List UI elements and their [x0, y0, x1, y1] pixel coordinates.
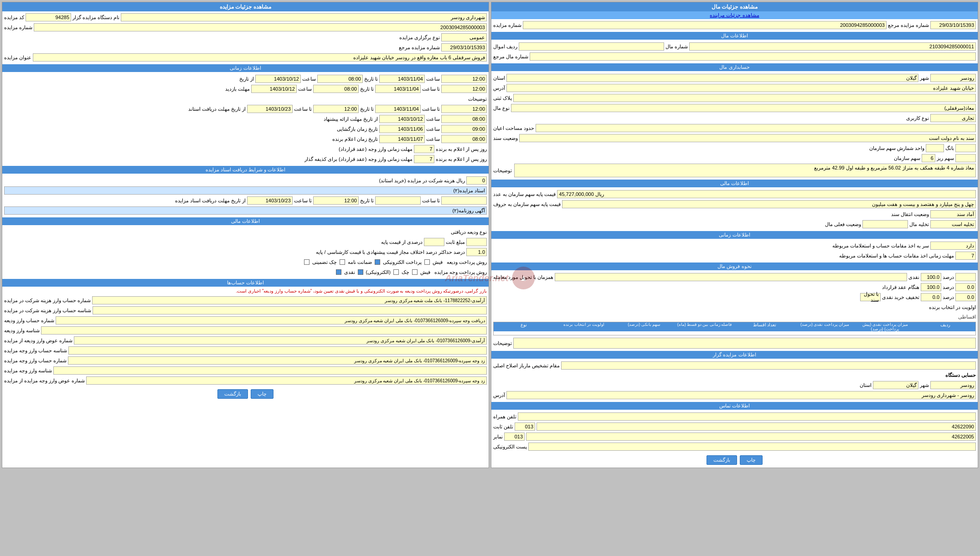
dariyaft-ostad-label: مهلت دریافت استاند	[188, 106, 230, 112]
sahmRiz-field	[955, 154, 976, 162]
col6: سهم بانکی (درصد)	[614, 322, 674, 331]
right-bazgasht-button[interactable]: بازگشت	[217, 389, 248, 399]
sahmSazman-field: 6	[922, 154, 935, 162]
agahi-label-field[interactable]: آگهی روزنامه(۲)	[4, 206, 487, 215]
ostad-to-field: 1403/11/04	[375, 105, 421, 113]
ostad-label-field[interactable]: استاد مزایده(۲)	[4, 186, 487, 195]
right-chap-button[interactable]: چاپ	[251, 389, 273, 399]
morabehe-header: اطلاعات مزایده گزار	[491, 351, 978, 359]
ostan2-field: گیلان	[873, 381, 918, 389]
naghd-vojh-checkbox[interactable]	[336, 269, 341, 275]
breadcrumb-link[interactable]: مشاهده جزئیات مراینده	[710, 12, 759, 18]
account1-field: آزآمدی-1178822252- بانک ملت شعبه مرکزی ر…	[92, 296, 487, 304]
ostan-field: گیلان	[506, 74, 918, 82]
derasd-right-label: درصدی از قیمت پایه	[381, 239, 423, 245]
mal-number-field: 2103094285000011	[689, 42, 976, 51]
tozihat2-field	[513, 338, 976, 349]
bar-hesab-label: سر به اخذ مقامات حساب و استعلامات مربوطه	[832, 243, 929, 249]
fax-label: نمابر	[493, 434, 503, 440]
bazdid-label: مهلت بازدید	[225, 86, 250, 92]
left-breadcrumb[interactable]: مشاهده جزئیات مراینده	[491, 11, 978, 19]
right-panel: مشاهده جزئیات مزایده شهرداری رودسر نام د…	[2, 2, 489, 468]
takhfif-val-field: 0.0	[921, 293, 941, 301]
elec-checkbox[interactable]	[358, 269, 363, 275]
hozineh-unit: ریال	[456, 178, 465, 184]
hodood-field	[536, 124, 976, 132]
tahvil-label: همزمان با تحویل مورد معامله	[493, 274, 553, 280]
fesh-vadieh-checkbox[interactable]	[424, 259, 430, 265]
auction-number-right-field: 2003094285000003	[34, 23, 487, 31]
left-bazgasht-button[interactable]: بازگشت	[707, 455, 737, 465]
elam-tarikh-field: 1403/11/07	[379, 135, 425, 143]
bank-field	[955, 144, 976, 152]
eqsat-table: ردیف میزان پرداخت نقدی (پیش پرداخت) (درص…	[493, 322, 976, 335]
account1-label: شماره حساب وارز هزینه شرکت در مزایده	[4, 298, 91, 304]
tarikh-enteshar-field: 1403/10/12	[255, 75, 301, 83]
tozihat-field: معاذ شماره 4 طبقه همکف به متراژ 56.02 مت…	[514, 164, 976, 177]
pardakht-elec-label: پرداخت الکترونیکی	[383, 259, 422, 265]
hesabdari-header: حسابداری مال	[491, 63, 978, 71]
address2-label: آدرس	[493, 392, 505, 398]
mohlet-zaman-field: 7	[955, 252, 976, 260]
check-tahminat-checkbox[interactable]	[304, 259, 309, 265]
account3-id-field	[68, 346, 487, 355]
zaman-right-header: اطلاعات زمانی	[2, 64, 489, 72]
tel-label: تلفن همراه	[493, 414, 516, 420]
city-field: رودسر	[930, 74, 976, 82]
hesabha-header: اطلاعات حساب‌ها	[2, 279, 489, 287]
col8: نوع	[494, 322, 554, 331]
account3-label: شماره عوض وارز ودیعه از مزایده	[4, 338, 72, 344]
dariyaft-ostad2-from-field: 1403/10/23	[247, 196, 293, 205]
info-text: بازر گرامی، درصورتیکه روش پرداخت ودیعه ب…	[2, 288, 489, 294]
ekhtelaf-right-label: حداکثر درصد اختلاف مجاز قیمت پیشنهادی با…	[316, 249, 452, 255]
bazdid-ta-label: تا تاریخ	[360, 86, 374, 92]
gheimat-base-field: 45,727,000,000 ریال	[557, 190, 976, 198]
hodood-label: حدود مساحت اعیان	[493, 125, 534, 131]
vazifegodar-unit: روز پس از اعلام به برنده	[436, 156, 487, 162]
tel-sabit-label: تلفن ثابت	[493, 424, 513, 430]
auction-code-field: 94285	[26, 13, 71, 21]
dariyaft-ostad2-to-saeat-label: تا ساعت	[422, 198, 440, 204]
mohlet-aqd-unit: روز پس از اعلام به برنده	[436, 146, 487, 152]
cheque-vadieh-checkbox[interactable]	[340, 259, 345, 265]
naghd-val-field: 100.0	[921, 273, 941, 281]
address-field: خیابان شهید علیزاده	[506, 84, 976, 92]
email-field	[528, 443, 976, 451]
fesh2-checkbox[interactable]	[412, 269, 418, 275]
derasd-right-unit: درصد	[454, 249, 465, 255]
vaziatSanad-label: وضعیت سند	[493, 135, 518, 141]
dariyaft-ostad2-ta-label: تا تاریخ	[360, 198, 374, 204]
elam-label: زمان اعلام برنده	[332, 136, 367, 142]
aqd-val-field: 100.0	[921, 283, 941, 291]
fax-code-field: 013	[504, 432, 525, 441]
left-button-row: چاپ بازگشت	[491, 453, 978, 468]
saeat-label: ساعت	[302, 76, 316, 82]
contact-header: اطلاعات تماس	[491, 402, 978, 410]
ostad-from-saeat-field: 12:00	[313, 105, 359, 113]
ref-number-field: 29/03/10/15393	[930, 21, 976, 29]
bazgoshay-tarikh-label: تاریخ	[368, 126, 378, 132]
left-chap-button[interactable]: چاپ	[740, 455, 763, 465]
col2: میزان پرداخت نقدی (پیش پرداخت) (درصد)	[855, 322, 915, 331]
cheque2-checkbox[interactable]	[393, 269, 399, 275]
noe-pardakht-vadieh-label: روش پرداخت ودیعه	[447, 259, 487, 265]
sanad-label-field: با تحول سند	[860, 293, 881, 301]
mohlet-aqd-label: مهلت زمانی وارز وجه (عقد قرارداد)	[339, 146, 413, 152]
mohlet-aqd-field: 7	[414, 145, 434, 153]
ostad-to-saeat-field: 12:00	[441, 105, 487, 113]
account4-field: زد وجه سپرده-0107366126009- بانک ملی ایر…	[68, 356, 487, 365]
sanad-val-field: 0.0	[955, 293, 976, 301]
pardakht-elec-checkbox[interactable]	[375, 259, 380, 265]
device-name-field: شهرداری رودسر	[121, 13, 487, 21]
bazdid-from-field: 1403/10/12	[251, 85, 297, 93]
col3: میزان پرداخت نقدی (درصد)	[795, 322, 855, 331]
mablagh-sabit-label: مبلغ ثابت	[446, 239, 465, 245]
erae-from-label: از تاریخ	[363, 116, 378, 122]
ostad-from-saeat-label: تا ساعت	[294, 106, 312, 112]
fax-field: 42622005	[526, 432, 976, 441]
address-label: آدرس	[493, 85, 505, 91]
bazgoshay-saeat-field: 09:00	[441, 125, 487, 133]
right-button-row: چاپ بازگشت	[2, 386, 489, 402]
auction-code-label: کد مزایده	[4, 15, 24, 21]
auction-number-right-label: شماره مزایده	[4, 25, 32, 31]
